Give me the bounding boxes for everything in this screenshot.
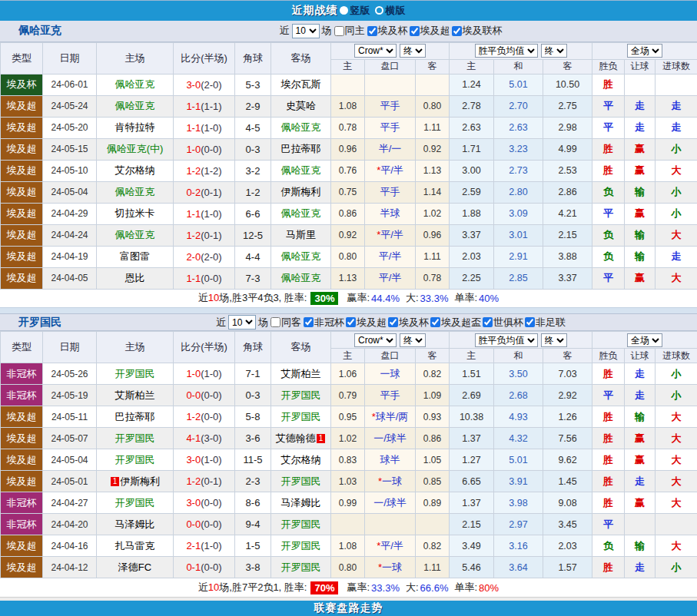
away-team: 艾尔格纳 xyxy=(271,449,331,471)
ah-away-odds: 1.02 xyxy=(416,203,450,224)
corners-cell: 4-4 xyxy=(235,246,271,267)
competition-type-badge: 埃及超 xyxy=(1,428,43,449)
filters-1: 近 10 场 同主 埃及杯埃及超埃及联杯 xyxy=(177,24,697,38)
ah-line: 平手 xyxy=(365,385,416,406)
competition-type-badge: 埃及超 xyxy=(1,267,43,289)
ah-line: *球半/两 xyxy=(365,406,416,428)
radio-icon[interactable] xyxy=(340,6,348,15)
competition-checkbox[interactable] xyxy=(388,317,398,327)
col-result-ah: 让球 xyxy=(625,59,656,74)
league-handicap-trend-link[interactable]: 联赛盘路走势 xyxy=(314,601,383,615)
scope-select[interactable]: 全场 xyxy=(627,333,662,347)
recent-count-select[interactable]: 10 xyxy=(228,315,256,330)
recent-count-select[interactable]: 10 xyxy=(292,24,320,38)
orientation-radio[interactable]: 横版 xyxy=(375,4,406,18)
odds-away: 4.21 xyxy=(543,203,592,224)
same-home-filter[interactable]: 同主 xyxy=(334,24,365,38)
score-cell: 3-0(2-0) xyxy=(174,74,235,95)
table-row: 埃及超24-04-16扎马雷克2-1(1-0)1-5开罗国民1.08*平/半0.… xyxy=(1,535,697,557)
odds-home: 1.51 xyxy=(450,363,494,385)
bookmaker-stage-select[interactable]: 终 xyxy=(400,333,426,347)
result-handicap: 赢 xyxy=(625,203,656,224)
result-handicap: 输 xyxy=(625,224,656,246)
match-date: 24-05-24 xyxy=(43,95,97,117)
same-home-checkbox[interactable] xyxy=(334,26,344,36)
odds-draw: 5.01 xyxy=(494,449,543,471)
avg-stage-select[interactable]: 终 xyxy=(541,44,567,58)
result-handicap: 赢 xyxy=(625,267,656,289)
odds-group-header: 胜平负均值终 xyxy=(450,332,592,349)
avg-odds-select[interactable]: 胜平负均值 xyxy=(475,44,538,58)
home-team: 切拉米卡 xyxy=(97,203,174,224)
away-team: 开罗国民 xyxy=(271,385,331,406)
result-wdl: 胜 xyxy=(592,492,625,514)
competition-filter[interactable]: 非足联 xyxy=(525,316,566,330)
filters-2: 近 10 场 同客 非冠杯埃及超埃及杯埃及超盃世俱杯非足联 xyxy=(177,315,697,330)
competition-filter[interactable]: 非冠杯 xyxy=(304,316,344,330)
win-rate-badge: 30% xyxy=(310,292,338,305)
corners-cell: 1-5 xyxy=(235,535,271,557)
odds-draw: 3.01 xyxy=(494,224,543,246)
bookmaker-select[interactable]: Crow* xyxy=(354,44,397,58)
away-team: 开罗国民 xyxy=(271,535,331,557)
competition-filter[interactable]: 世俱杯 xyxy=(483,316,523,330)
ah-home-odds xyxy=(331,74,365,95)
home-team: 开罗国民 xyxy=(97,492,174,514)
ah-away-odds: 1.11 xyxy=(416,557,450,578)
ah-home-odds: 0.83 xyxy=(331,449,365,471)
competition-checkbox[interactable] xyxy=(525,317,535,327)
summary-label: 单率: xyxy=(454,581,477,594)
col-result-goal: 进球数 xyxy=(656,59,697,74)
competition-checkbox[interactable] xyxy=(430,317,440,327)
competition-checkbox[interactable] xyxy=(483,317,493,327)
odds-draw: 3.50 xyxy=(494,363,543,385)
avg-stage-select[interactable]: 终 xyxy=(541,333,567,347)
odds-draw: 3.64 xyxy=(494,557,543,578)
table-row: 埃及超24-04-12泽德FC0-1(0-0)3-8开罗国民0.80*一球1.1… xyxy=(1,557,697,578)
score-cell: 1-2(1-2) xyxy=(174,160,235,181)
odds-away: 4.99 xyxy=(543,138,592,160)
competition-checkbox[interactable] xyxy=(410,26,420,36)
ah-line: *平/半 xyxy=(365,535,416,557)
radio-icon[interactable] xyxy=(375,6,383,15)
ah-line: 平手 xyxy=(365,181,416,203)
ah-home-odds: 0.86 xyxy=(331,203,365,224)
competition-checkbox[interactable] xyxy=(367,26,377,36)
result-wdl: 平 xyxy=(592,95,625,117)
competition-filter[interactable]: 埃及超 xyxy=(410,24,450,38)
competition-filter[interactable]: 埃及杯 xyxy=(367,24,408,38)
odds-draw: 2.68 xyxy=(494,385,543,406)
orientation-radio[interactable]: 竖版 xyxy=(340,4,370,18)
ah-line: 平/半 xyxy=(365,267,416,289)
ah-line xyxy=(365,514,416,535)
competition-filter[interactable]: 埃及超 xyxy=(346,316,387,330)
bookmaker-select[interactable]: Crow* xyxy=(354,333,397,347)
competition-filter[interactable]: 埃及杯 xyxy=(388,316,429,330)
col-ah-home: 主 xyxy=(331,59,365,74)
result-goals: 小 xyxy=(656,181,697,203)
competition-checkbox[interactable] xyxy=(346,317,356,327)
same-away-checkbox[interactable] xyxy=(271,317,280,327)
col-ah-away: 客 xyxy=(416,349,450,363)
score-cell: 1-2(0-0) xyxy=(174,406,235,428)
competition-filter[interactable]: 埃及联杯 xyxy=(452,24,503,38)
ah-line: *平/半 xyxy=(365,224,416,246)
scope-select[interactable]: 全场 xyxy=(627,44,662,58)
competition-type-badge: 埃及超 xyxy=(1,117,43,138)
odds-group-header: 胜平负均值终 xyxy=(450,42,592,59)
competition-filter[interactable]: 埃及超盃 xyxy=(430,316,481,330)
home-team: 佩哈亚克 xyxy=(97,224,174,246)
table-row: 非冠杯24-05-26开罗国民1-0(1-0)7-1艾斯柏兰1.06一球0.82… xyxy=(1,363,697,385)
competition-checkbox[interactable] xyxy=(452,26,462,36)
same-away-filter[interactable]: 同客 xyxy=(271,316,301,330)
footer-bar[interactable]: 联赛盘路走势 xyxy=(0,601,697,616)
col-odds-away: 客 xyxy=(543,349,592,363)
match-date: 24-05-15 xyxy=(43,138,97,160)
competition-checkbox[interactable] xyxy=(304,317,314,327)
avg-odds-select[interactable]: 胜平负均值 xyxy=(475,333,538,347)
bookmaker-stage-select[interactable]: 终 xyxy=(400,44,426,58)
ah-line: *一球 xyxy=(365,557,416,578)
match-date: 24-05-01 xyxy=(43,471,97,492)
ah-away-odds: 0.92 xyxy=(416,138,450,160)
away-team: 埃尔瓦斯 xyxy=(271,74,331,95)
